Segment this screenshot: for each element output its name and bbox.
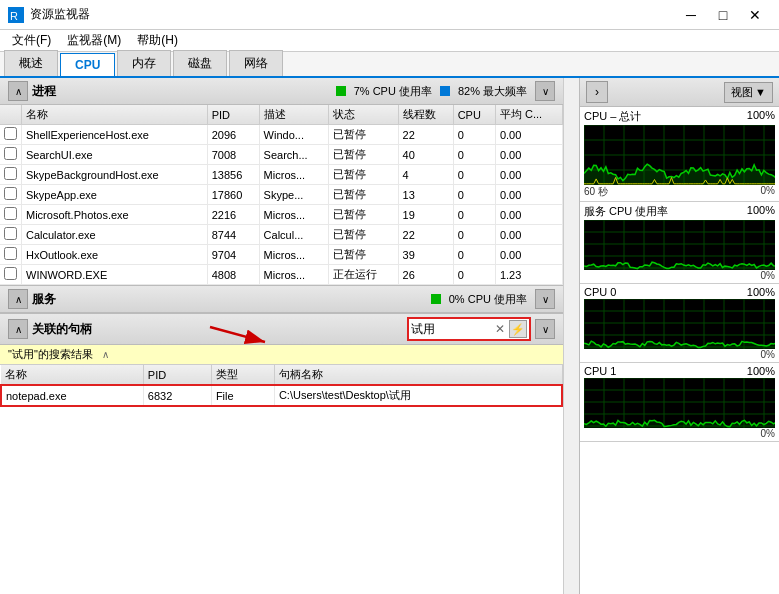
process-table: 名称 PID 描述 状态 线程数 CPU 平均 C... ShellExperi… <box>0 105 563 285</box>
handles-col-pid[interactable]: PID <box>143 365 211 385</box>
cpu-total-label: CPU – 总计 <box>584 109 641 124</box>
tab-memory[interactable]: 内存 <box>117 50 171 76</box>
search-go-btn[interactable]: ⚡ <box>509 320 527 338</box>
proc-cpu: 0 <box>453 225 495 245</box>
col-desc[interactable]: 描述 <box>259 105 329 125</box>
col-status[interactable]: 状态 <box>329 105 398 125</box>
proc-cpu: 0 <box>453 185 495 205</box>
tab-overview[interactable]: 概述 <box>4 50 58 76</box>
proc-avg: 0.00 <box>495 125 562 145</box>
process-expand-btn[interactable]: ∨ <box>535 81 555 101</box>
proc-desc: Micros... <box>259 245 329 265</box>
svg-text:R: R <box>10 10 18 22</box>
process-collapse-btn[interactable]: ∧ <box>8 81 28 101</box>
proc-threads: 39 <box>398 245 453 265</box>
proc-status: 已暂停 <box>329 125 398 145</box>
services-expand-btn[interactable]: ∨ <box>535 289 555 309</box>
col-avgcpu[interactable]: 平均 C... <box>495 105 562 125</box>
handles-table: 名称 PID 类型 句柄名称 notepad.exe 6832 File C:\… <box>0 365 563 407</box>
col-threads[interactable]: 线程数 <box>398 105 453 125</box>
services-section: ∧ 服务 0% CPU 使用率 ∨ <box>0 286 563 314</box>
handles-col-handle[interactable]: 句柄名称 <box>274 365 562 385</box>
menu-help[interactable]: 帮助(H) <box>129 30 186 51</box>
cpu-total-min: 0% <box>761 185 775 199</box>
proc-pid: 2096 <box>207 125 259 145</box>
proc-desc: Windo... <box>259 125 329 145</box>
handles-collapse-btn[interactable]: ∧ <box>8 319 28 339</box>
process-title: 进程 <box>32 83 56 100</box>
search-clear-btn[interactable]: ✕ <box>493 322 507 336</box>
proc-avg: 0.00 <box>495 165 562 185</box>
cpu0-min: 0% <box>761 349 775 360</box>
close-button[interactable]: ✕ <box>739 5 771 25</box>
services-cpu-indicator <box>431 294 441 304</box>
row-checkbox[interactable] <box>0 245 22 265</box>
proc-name: HxOutlook.exe <box>22 245 208 265</box>
right-panel: › 视图 ▼ CPU – 总计 100% 60 秒 0% 服务 CPU 使用率 <box>579 78 779 594</box>
service-cpu-label: 服务 CPU 使用率 <box>584 204 668 219</box>
tab-network[interactable]: 网络 <box>229 50 283 76</box>
proc-avg: 0.00 <box>495 205 562 225</box>
proc-pid: 9704 <box>207 245 259 265</box>
table-row[interactable]: SkypeBackgroundHost.exe 13856 Micros... … <box>0 165 563 185</box>
col-name[interactable]: 名称 <box>22 105 208 125</box>
cpu-total-graph-section: CPU – 总计 100% 60 秒 0% <box>580 107 779 202</box>
proc-avg: 0.00 <box>495 185 562 205</box>
tab-cpu[interactable]: CPU <box>60 53 115 76</box>
handle-type: File <box>211 385 274 406</box>
proc-name: SkypeBackgroundHost.exe <box>22 165 208 185</box>
cpu1-min: 0% <box>761 428 775 439</box>
cpu-total-graph <box>584 125 775 185</box>
row-checkbox[interactable] <box>0 205 22 225</box>
services-collapse-btn[interactable]: ∧ <box>8 289 28 309</box>
services-title: 服务 <box>32 291 56 308</box>
maximize-button[interactable]: □ <box>707 5 739 25</box>
service-cpu-graph-section: 服务 CPU 使用率 100% 0% <box>580 202 779 284</box>
cpu1-max: 100% <box>747 365 775 377</box>
col-cpu[interactable]: CPU <box>453 105 495 125</box>
view-button[interactable]: 视图 ▼ <box>724 82 773 103</box>
search-result-banner: "试用"的搜索结果 ∧ <box>0 345 563 365</box>
table-row[interactable]: SearchUI.exe 7008 Search... 已暂停 40 0 0.0… <box>0 145 563 165</box>
row-checkbox[interactable] <box>0 165 22 185</box>
proc-status: 已暂停 <box>329 245 398 265</box>
proc-name: WINWORD.EXE <box>22 265 208 285</box>
proc-pid: 4808 <box>207 265 259 285</box>
proc-status: 已暂停 <box>329 165 398 185</box>
search-input[interactable] <box>411 322 491 336</box>
cpu1-label: CPU 1 <box>584 365 616 377</box>
table-row[interactable]: SkypeApp.exe 17860 Skype... 已暂停 13 0 0.0… <box>0 185 563 205</box>
table-row[interactable]: HxOutlook.exe 9704 Micros... 已暂停 39 0 0.… <box>0 245 563 265</box>
row-checkbox[interactable] <box>0 265 22 285</box>
menu-file[interactable]: 文件(F) <box>4 30 59 51</box>
main-scroll-track[interactable] <box>563 78 579 594</box>
row-checkbox[interactable] <box>0 125 22 145</box>
handles-col-name[interactable]: 名称 <box>1 365 143 385</box>
menu-bar: 文件(F) 监视器(M) 帮助(H) <box>0 30 779 52</box>
col-pid[interactable]: PID <box>207 105 259 125</box>
table-row[interactable]: WINWORD.EXE 4808 Micros... 正在运行 26 0 1.2… <box>0 265 563 285</box>
proc-cpu: 0 <box>453 145 495 165</box>
collapse-right-btn[interactable]: › <box>586 81 608 103</box>
proc-threads: 4 <box>398 165 453 185</box>
proc-desc: Micros... <box>259 205 329 225</box>
handles-table-wrap: 名称 PID 类型 句柄名称 notepad.exe 6832 File C:\… <box>0 365 563 594</box>
handles-col-type[interactable]: 类型 <box>211 365 274 385</box>
row-checkbox[interactable] <box>0 225 22 245</box>
table-row[interactable]: ShellExperienceHost.exe 2096 Windo... 已暂… <box>0 125 563 145</box>
table-row[interactable]: Calculator.exe 8744 Calcul... 已暂停 22 0 0… <box>0 225 563 245</box>
table-row[interactable]: notepad.exe 6832 File C:\Users\test\Desk… <box>1 385 562 406</box>
proc-desc: Micros... <box>259 165 329 185</box>
handles-expand-btn[interactable]: ∨ <box>535 319 555 339</box>
proc-avg: 0.00 <box>495 245 562 265</box>
row-checkbox[interactable] <box>0 185 22 205</box>
row-checkbox[interactable] <box>0 145 22 165</box>
minimize-button[interactable]: ─ <box>675 5 707 25</box>
cpu0-graph <box>584 299 775 349</box>
handle-pid: 6832 <box>143 385 211 406</box>
proc-pid: 8744 <box>207 225 259 245</box>
table-row[interactable]: Microsoft.Photos.exe 2216 Micros... 已暂停 … <box>0 205 563 225</box>
tab-disk[interactable]: 磁盘 <box>173 50 227 76</box>
menu-monitor[interactable]: 监视器(M) <box>59 30 129 51</box>
result-banner-text: "试用"的搜索结果 <box>8 348 93 360</box>
